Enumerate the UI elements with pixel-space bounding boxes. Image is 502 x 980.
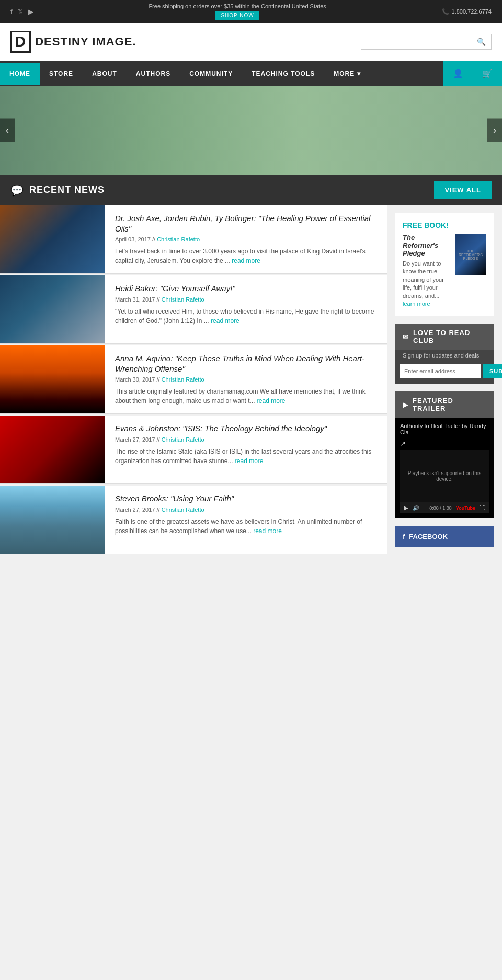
- read-more-5[interactable]: read more: [253, 527, 282, 535]
- read-more-4[interactable]: read more: [235, 457, 264, 465]
- read-more-2[interactable]: read more: [211, 317, 239, 325]
- nav-teaching-tools[interactable]: TEACHING TOOLS: [242, 63, 324, 85]
- trailer-video-area[interactable]: Playback isn't supported on this device.: [400, 450, 489, 502]
- nav-authors[interactable]: AUTHORS: [127, 63, 180, 85]
- carousel-next-button[interactable]: ›: [487, 119, 502, 142]
- article-content-3: Anna M. Aquino: "Keep These Truths in Mi…: [105, 345, 387, 413]
- search-input[interactable]: [367, 38, 477, 46]
- top-bar: f 𝕏 ▶ Free shipping on orders over $35 w…: [0, 0, 502, 23]
- article-thumbnail-2: [0, 275, 105, 343]
- carousel-prev-button[interactable]: ‹: [0, 119, 15, 142]
- article-title-2[interactable]: Heidi Baker: "Give Yourself Away!": [115, 283, 376, 294]
- article-thumbnail-5: [0, 486, 105, 554]
- facebook-social-link[interactable]: f: [10, 8, 13, 16]
- nav-account-button[interactable]: 👤: [443, 61, 473, 86]
- nav-home[interactable]: HOME: [0, 63, 40, 85]
- article-excerpt-5: Faith is one of the greatest assets we h…: [115, 517, 376, 536]
- site-logo[interactable]: D DESTINY IMAGE.: [10, 31, 136, 53]
- article-meta-3: March 30, 2017 // Christian Rafetto: [115, 376, 376, 383]
- article-content-4: Evans & Johnston: "ISIS: The Theology Be…: [105, 416, 387, 483]
- volume-icon[interactable]: 🔊: [413, 505, 419, 511]
- article-meta-4: March 27, 2017 // Christian Rafetto: [115, 436, 376, 443]
- learn-more-link[interactable]: learn more: [403, 301, 430, 307]
- play-icon: ▶: [403, 401, 408, 409]
- article-thumbnail-3: [0, 345, 105, 413]
- youtube-logo: YouTube: [456, 505, 475, 511]
- nav-store[interactable]: STORE: [40, 63, 83, 85]
- trailer-time: 0:00 / 1:08: [429, 505, 452, 511]
- share-icon: ↗: [400, 440, 489, 447]
- love-read-header: ✉ LOVE TO READ CLUB: [395, 324, 494, 350]
- nav-icons: 👤 🛒: [443, 61, 502, 86]
- article-excerpt-1: Let's travel back in time to over 3.000 …: [115, 247, 376, 266]
- article-excerpt-3: This article originally featured by char…: [115, 387, 376, 406]
- free-book-desc: Do you want to know the true meaning of …: [403, 260, 450, 308]
- article-title-3[interactable]: Anna M. Aquino: "Keep These Truths in Mi…: [115, 353, 376, 374]
- love-read-subtitle: Sign up for updates and deals: [395, 350, 494, 364]
- hero-banner: ‹ ›: [0, 86, 502, 175]
- nav-about[interactable]: ABOUT: [83, 63, 127, 85]
- article-title-5[interactable]: Steven Brooks: "Using Your Faith": [115, 493, 376, 504]
- phone-number: 📞 1.800.722.6774: [442, 8, 492, 15]
- article-content-1: Dr. Josh Axe, Jordan Rubin, Ty Bolinger:…: [105, 205, 387, 273]
- fullscreen-icon[interactable]: ⛶: [480, 505, 485, 511]
- shop-now-button[interactable]: SHOP NOW: [215, 11, 259, 20]
- search-icon[interactable]: 🔍: [477, 38, 486, 46]
- article-title-1[interactable]: Dr. Josh Axe, Jordan Rubin, Ty Bolinger:…: [115, 213, 376, 234]
- facebook-icon: f: [403, 533, 405, 540]
- recent-news-title: 💬 RECENT NEWS: [10, 184, 105, 197]
- article-excerpt-2: "Yet to all who received Him, to those w…: [115, 307, 376, 326]
- article-image-1: [0, 205, 105, 273]
- article-image-5: [0, 486, 105, 554]
- article-card: Steven Brooks: "Using Your Faith" March …: [0, 486, 387, 554]
- free-book-content: The Reformer's Pledge Do you want to kno…: [403, 234, 486, 308]
- logo-icon: D: [10, 31, 31, 53]
- view-all-button[interactable]: VIEW ALL: [434, 181, 492, 199]
- youtube-social-link[interactable]: ▶: [28, 8, 33, 16]
- article-card: Heidi Baker: "Give Yourself Away!" March…: [0, 275, 387, 344]
- nav-community[interactable]: COMMUNITY: [180, 63, 242, 85]
- comment-icon: 💬: [10, 184, 24, 197]
- top-bar-center: Free shipping on orders over $35 within …: [33, 3, 442, 20]
- article-title-4[interactable]: Evans & Johnston: "ISIS: The Theology Be…: [115, 423, 376, 434]
- read-more-3[interactable]: read more: [257, 397, 286, 405]
- social-links[interactable]: f 𝕏 ▶: [10, 8, 33, 16]
- shipping-text: Free shipping on orders over $35 within …: [33, 3, 442, 9]
- main-nav: HOME STORE ABOUT AUTHORS COMMUNITY TEACH…: [0, 61, 502, 86]
- main-layout: Dr. Josh Axe, Jordan Rubin, Ty Bolinger:…: [0, 205, 502, 556]
- search-bar[interactable]: 🔍: [361, 34, 492, 50]
- free-book-cover: THE REFORMER'S PLEDGE: [455, 234, 486, 275]
- nav-cart-button[interactable]: 🛒: [473, 61, 502, 86]
- trailer-no-support-text: Playback isn't supported on this device.: [400, 470, 489, 482]
- phone-icon: 📞: [442, 8, 449, 15]
- love-to-read-widget: ✉ LOVE TO READ CLUB Sign up for updates …: [395, 324, 494, 384]
- article-excerpt-4: The rise of the Islamic State (aka ISIS …: [115, 447, 376, 466]
- article-meta-1: April 03, 2017 // Christian Rafetto: [115, 236, 376, 243]
- article-card: Anna M. Aquino: "Keep These Truths in Mi…: [0, 345, 387, 414]
- trailer-controls[interactable]: ▶ 🔊 0:00 / 1:08 YouTube ⛶: [400, 502, 489, 513]
- article-image-4: [0, 416, 105, 483]
- site-header: D DESTINY IMAGE. 🔍: [0, 23, 502, 61]
- twitter-social-link[interactable]: 𝕏: [18, 8, 23, 16]
- article-thumbnail-1: [0, 205, 105, 273]
- play-button-icon[interactable]: ▶: [404, 505, 408, 511]
- article-thumbnail-4: [0, 416, 105, 483]
- recent-news-banner: 💬 RECENT NEWS VIEW ALL: [0, 175, 502, 205]
- submit-email-button[interactable]: SUBMIT: [483, 364, 502, 378]
- free-book-text: The Reformer's Pledge Do you want to kno…: [403, 234, 450, 308]
- article-card: Evans & Johnston: "ISIS: The Theology Be…: [0, 416, 387, 484]
- article-image-3: [0, 345, 105, 413]
- envelope-icon: ✉: [403, 333, 409, 341]
- nav-more[interactable]: MORE ▾: [324, 63, 370, 85]
- featured-trailer-header: ▶ FEATURED TRAILER: [395, 391, 494, 418]
- free-book-widget: FREE BOOK! The Reformer's Pledge Do you …: [395, 213, 494, 316]
- article-content-2: Heidi Baker: "Give Yourself Away!" March…: [105, 275, 387, 343]
- articles-section: Dr. Josh Axe, Jordan Rubin, Ty Bolinger:…: [0, 205, 387, 556]
- read-more-1[interactable]: read more: [232, 257, 260, 264]
- free-book-title: FREE BOOK!: [403, 221, 486, 229]
- article-meta-2: March 31, 2017 // Christian Rafetto: [115, 296, 376, 303]
- featured-trailer-widget: ▶ FEATURED TRAILER Authority to Heal Tra…: [395, 391, 494, 518]
- facebook-widget[interactable]: f FACEBOOK: [395, 526, 494, 547]
- email-input[interactable]: [400, 364, 481, 378]
- trailer-content: Authority to Heal Trailer by Randy Cla ↗…: [395, 418, 494, 518]
